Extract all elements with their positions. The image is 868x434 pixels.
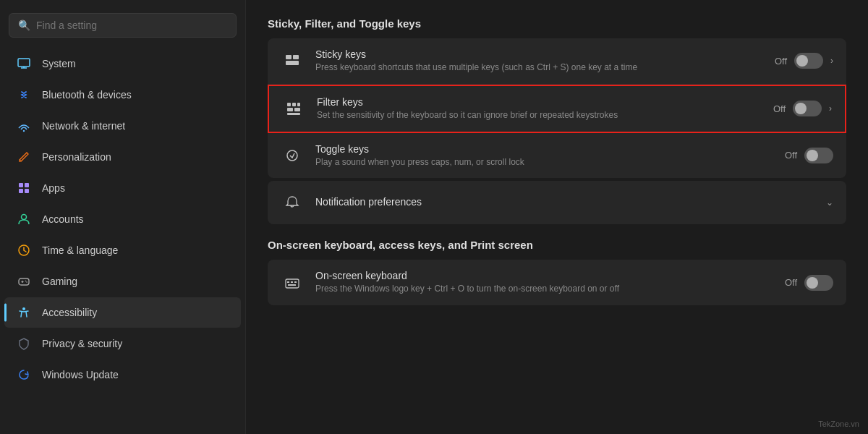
notif-prefs-row[interactable]: Notification preferences ⌄ xyxy=(268,181,846,224)
system-icon xyxy=(16,56,32,72)
filter-keys-toggle[interactable] xyxy=(793,101,822,116)
section1-title: Sticky, Filter, and Toggle keys xyxy=(268,17,846,30)
sidebar-item-label-accounts: Accounts xyxy=(42,213,84,225)
toggle-keys-icon xyxy=(281,144,304,167)
sticky-keys-row[interactable]: Sticky keys Press keyboard shortcuts tha… xyxy=(268,38,846,85)
privacy-icon xyxy=(16,336,32,352)
svg-point-3 xyxy=(23,130,25,132)
sidebar-item-update[interactable]: Windows Update xyxy=(4,359,241,390)
svg-rect-17 xyxy=(293,55,299,59)
sidebar: 🔍 System Bluetooth & devices Network & i… xyxy=(0,0,246,434)
sidebar-item-label-bluetooth: Bluetooth & devices xyxy=(42,89,132,101)
filter-keys-row[interactable]: Filter keys Set the sensitivity of the k… xyxy=(268,85,846,133)
toggle-keys-toggle[interactable] xyxy=(804,148,833,163)
watermark: TekZone.vn xyxy=(818,420,859,428)
toggle-keys-name: Toggle keys xyxy=(315,143,773,155)
svg-point-15 xyxy=(22,307,25,310)
sidebar-item-label-personalization: Personalization xyxy=(42,151,111,163)
onscreen-keyboard-desc: Press the Windows logo key + Ctrl + O to… xyxy=(315,283,773,295)
filter-keys-name: Filter keys xyxy=(317,96,762,108)
accounts-icon xyxy=(16,211,32,227)
onscreen-keyboard-text: On-screen keyboard Press the Windows log… xyxy=(315,270,773,295)
filter-keys-icon xyxy=(282,97,305,120)
sticky-keys-right: Off › xyxy=(775,53,833,69)
update-icon xyxy=(16,367,32,383)
sidebar-item-label-time: Time & language xyxy=(42,244,118,256)
sidebar-item-label-accessibility: Accessibility xyxy=(42,307,97,318)
personalization-icon xyxy=(16,149,32,165)
gaming-icon xyxy=(16,273,32,289)
filter-keys-status: Off xyxy=(773,103,786,114)
onscreen-keyboard-icon xyxy=(281,271,304,294)
svg-rect-28 xyxy=(291,281,293,283)
svg-rect-24 xyxy=(287,113,300,115)
sidebar-item-network[interactable]: Network & internet xyxy=(4,111,241,141)
svg-point-25 xyxy=(287,150,297,161)
section2-title: On-screen keyboard, access keys, and Pri… xyxy=(268,239,846,251)
sidebar-item-system[interactable]: System xyxy=(4,48,241,79)
sidebar-item-accounts[interactable]: Accounts xyxy=(4,204,241,234)
bluetooth-icon xyxy=(16,87,32,103)
svg-rect-0 xyxy=(18,59,30,67)
svg-rect-10 xyxy=(19,278,29,285)
sidebar-item-time[interactable]: Time & language xyxy=(4,235,241,265)
nav-list: System Bluetooth & devices Network & int… xyxy=(0,48,245,391)
svg-rect-29 xyxy=(294,281,297,283)
notif-prefs-text: Notification preferences xyxy=(315,196,814,209)
svg-rect-30 xyxy=(288,284,296,286)
sticky-filter-toggle-card: Sticky keys Press keyboard shortcuts tha… xyxy=(268,38,846,178)
sticky-keys-icon xyxy=(281,49,304,72)
svg-rect-20 xyxy=(292,103,296,106)
svg-rect-18 xyxy=(286,61,299,65)
onscreen-keyboard-row[interactable]: On-screen keyboard Press the Windows log… xyxy=(268,260,846,305)
search-icon: 🔍 xyxy=(18,20,30,31)
sticky-keys-chevron: › xyxy=(830,56,833,66)
search-input[interactable] xyxy=(36,20,227,31)
sidebar-item-label-gaming: Gaming xyxy=(42,276,77,287)
sidebar-item-privacy[interactable]: Privacy & security xyxy=(4,328,241,359)
svg-rect-26 xyxy=(286,279,299,288)
onscreen-keyboard-right: Off xyxy=(785,275,833,291)
sidebar-item-apps[interactable]: Apps xyxy=(4,173,241,203)
svg-rect-6 xyxy=(19,189,23,193)
accessibility-icon xyxy=(16,305,32,320)
sidebar-item-accessibility[interactable]: Accessibility xyxy=(4,297,241,328)
filter-keys-text: Filter keys Set the sensitivity of the k… xyxy=(317,96,762,122)
sidebar-item-label-privacy: Privacy & security xyxy=(42,338,122,349)
toggle-keys-text: Toggle keys Play a sound when you press … xyxy=(315,143,773,169)
svg-rect-16 xyxy=(286,55,292,59)
network-icon xyxy=(16,118,32,134)
sticky-keys-desc: Press keyboard shortcuts that use multip… xyxy=(315,61,763,74)
onscreen-card: On-screen keyboard Press the Windows log… xyxy=(268,260,846,305)
svg-rect-23 xyxy=(294,108,300,111)
onscreen-keyboard-status: Off xyxy=(785,277,797,288)
svg-rect-27 xyxy=(287,281,289,283)
sidebar-item-label-update: Windows Update xyxy=(42,369,119,380)
apps-icon xyxy=(16,180,32,196)
sidebar-item-gaming[interactable]: Gaming xyxy=(4,266,241,297)
toggle-keys-row[interactable]: Toggle keys Play a sound when you press … xyxy=(268,133,846,179)
toggle-keys-desc: Play a sound when you press caps, num, o… xyxy=(315,156,773,169)
onscreen-keyboard-toggle[interactable] xyxy=(804,275,833,291)
svg-rect-4 xyxy=(19,183,23,187)
time-icon xyxy=(16,242,32,258)
sticky-keys-toggle[interactable] xyxy=(794,53,823,69)
notif-prefs-card: Notification preferences ⌄ xyxy=(268,181,846,224)
svg-point-14 xyxy=(26,281,27,283)
notif-prefs-right: ⌄ xyxy=(826,197,833,208)
notif-chevron-down: ⌄ xyxy=(826,197,833,208)
main-content: Sticky, Filter, and Toggle keys Sticky k… xyxy=(246,0,868,434)
svg-point-13 xyxy=(25,281,27,282)
svg-rect-21 xyxy=(297,103,300,106)
search-box[interactable]: 🔍 xyxy=(9,13,237,38)
svg-rect-7 xyxy=(25,189,29,193)
svg-point-8 xyxy=(22,215,27,220)
filter-keys-chevron: › xyxy=(829,103,832,114)
onscreen-keyboard-name: On-screen keyboard xyxy=(315,270,773,281)
svg-rect-22 xyxy=(287,108,293,111)
sidebar-item-label-system: System xyxy=(42,58,76,69)
sidebar-item-personalization[interactable]: Personalization xyxy=(4,142,241,172)
filter-keys-desc: Set the sensitivity of the keyboard so i… xyxy=(317,109,762,122)
toggle-keys-right: Off xyxy=(785,148,833,163)
sidebar-item-bluetooth[interactable]: Bluetooth & devices xyxy=(4,80,241,110)
